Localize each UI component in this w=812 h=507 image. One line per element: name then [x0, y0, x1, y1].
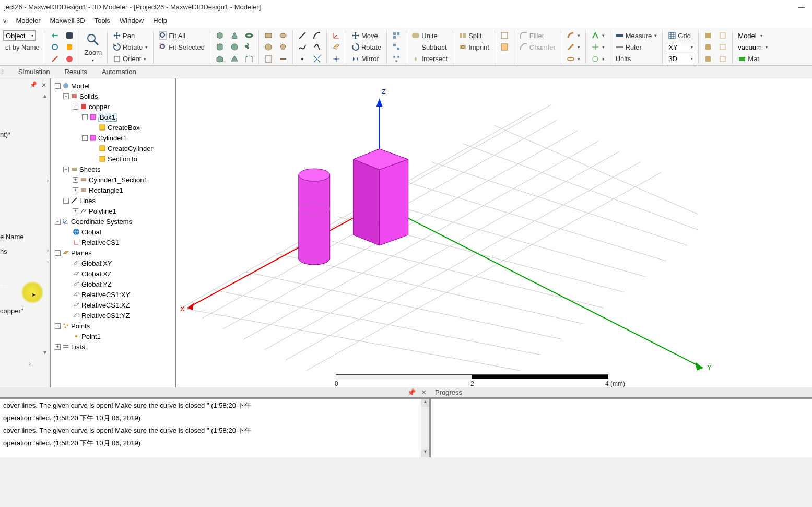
- ruler-button[interactable]: Ruler: [614, 42, 644, 52]
- curve-icon[interactable]: [311, 42, 323, 52]
- tree-coord[interactable]: −Coordinate Systems: [52, 216, 174, 227]
- tree-createcylinder[interactable]: CreateCylinder: [52, 143, 174, 154]
- fillet-button[interactable]: Fillet: [517, 30, 546, 41]
- snap-c-icon[interactable]: [702, 42, 714, 52]
- prim-prism-icon[interactable]: [214, 54, 226, 64]
- menu-help[interactable]: Help: [153, 17, 167, 25]
- cylinder1-shape[interactable]: [299, 169, 330, 265]
- rotate-view-button[interactable]: Rotate: [111, 42, 150, 52]
- sheet-circle-icon[interactable]: [277, 30, 289, 41]
- snap-b-icon[interactable]: [716, 30, 729, 41]
- tree-global[interactable]: Global: [52, 227, 174, 237]
- chevron-right-small-icon[interactable]: ›: [29, 360, 31, 367]
- msg-pin-icon[interactable]: 📌: [407, 388, 416, 396]
- select-by-name-button[interactable]: ct by Name: [3, 42, 42, 52]
- chevron-right-icon-2[interactable]: ›: [47, 247, 49, 253]
- array-b-icon[interactable]: [390, 42, 403, 52]
- extrude-icon[interactable]: [564, 42, 582, 52]
- menu-view[interactable]: v: [3, 17, 7, 25]
- tree-global-xz[interactable]: Global:XZ: [52, 268, 174, 279]
- tool-icon-f[interactable]: [63, 54, 76, 64]
- cs-icon[interactable]: [330, 30, 343, 41]
- tree-points[interactable]: −Points: [52, 321, 174, 331]
- scroll-up-icon[interactable]: ▲: [421, 399, 429, 407]
- zoom-tool[interactable]: Zoom▾: [83, 31, 104, 64]
- tool-icon-e[interactable]: [49, 54, 61, 64]
- mirror-button[interactable]: Mirror: [349, 54, 381, 64]
- sheet-a-icon[interactable]: [262, 54, 275, 64]
- tree-global-yz[interactable]: Global:YZ: [52, 279, 174, 289]
- cs-tool-b-icon[interactable]: [589, 42, 607, 52]
- chevron-right-icon[interactable]: ›: [47, 178, 49, 183]
- cs-tool-c-icon[interactable]: [589, 54, 607, 64]
- eq-curve-icon[interactable]: [311, 54, 323, 64]
- scroll-up-icon[interactable]: ▲: [42, 93, 48, 99]
- chevron-right-icon-3[interactable]: ›: [47, 259, 49, 265]
- menu-maxwell3d[interactable]: Maxwell 3D: [50, 17, 85, 25]
- snap-d-icon[interactable]: [716, 42, 729, 52]
- tool-icon-c[interactable]: [49, 42, 61, 52]
- arc-icon[interactable]: [311, 30, 323, 41]
- sweep-icon[interactable]: [564, 30, 582, 41]
- plane-combo[interactable]: XY: [666, 42, 695, 52]
- tree-relcs-xz[interactable]: RelativeCS1:XZ: [52, 300, 174, 310]
- tool-icon-d[interactable]: [63, 42, 76, 52]
- array-a-icon[interactable]: [390, 30, 403, 41]
- split-button[interactable]: Split: [456, 30, 484, 41]
- tree-model[interactable]: −Model: [52, 80, 174, 91]
- sheet-b-icon[interactable]: [277, 54, 289, 64]
- point-icon[interactable]: [296, 54, 309, 64]
- msg-close-icon[interactable]: ✕: [421, 388, 427, 396]
- measure-button[interactable]: Measure: [614, 30, 660, 41]
- model-sel-combo[interactable]: Model: [736, 30, 763, 41]
- array-c-icon[interactable]: [390, 54, 403, 64]
- section-a-icon[interactable]: [498, 30, 511, 41]
- menu-window[interactable]: Window: [120, 17, 144, 25]
- tab-simulation[interactable]: Simulation: [18, 68, 50, 76]
- scroll-down-icon[interactable]: ▲: [42, 350, 48, 356]
- tree-global-xy[interactable]: Global:XY: [52, 258, 174, 268]
- prim-sphere-icon[interactable]: [228, 42, 241, 52]
- tree-relcs-yz[interactable]: RelativeCS1:YZ: [52, 310, 174, 321]
- tab-results[interactable]: Results: [65, 68, 87, 76]
- tab-automation[interactable]: Automation: [102, 68, 136, 76]
- tool-icon-a[interactable]: [49, 30, 61, 41]
- material-combo[interactable]: vacuum: [736, 42, 769, 52]
- prim-box-icon[interactable]: [214, 30, 226, 41]
- tree-sheets[interactable]: −Sheets: [52, 164, 174, 174]
- sheet-poly-icon[interactable]: [277, 42, 289, 52]
- tree-rectangle1[interactable]: +Rectangle1: [52, 185, 174, 195]
- fit-selected-button[interactable]: Fit Selected: [157, 42, 207, 52]
- material-button[interactable]: Mat: [736, 54, 761, 64]
- tree-planes[interactable]: −Planes: [52, 247, 174, 258]
- section-b-icon[interactable]: [498, 42, 511, 52]
- snap-a-icon[interactable]: [702, 30, 714, 41]
- menu-modeler[interactable]: Modeler: [16, 17, 41, 25]
- 3d-viewport[interactable]: X Y Z: [175, 78, 812, 387]
- tree-solids[interactable]: −Solids: [52, 91, 174, 101]
- tree-cylsection[interactable]: +Cylinder1_Section1: [52, 174, 174, 185]
- menu-tools[interactable]: Tools: [95, 17, 110, 25]
- tree-box1[interactable]: −Box1: [52, 112, 174, 122]
- unite-button[interactable]: Unite: [409, 30, 439, 41]
- plane-icon[interactable]: [330, 42, 343, 52]
- minimize-icon[interactable]: —: [798, 3, 805, 11]
- pin-icon[interactable]: 📌: [30, 81, 37, 88]
- close-icon[interactable]: ✕: [41, 81, 46, 89]
- orient-button[interactable]: Orient: [111, 54, 148, 64]
- intersect-button[interactable]: Intersect: [409, 54, 450, 64]
- imprint-button[interactable]: Imprint: [456, 42, 491, 52]
- prim-pyramid-icon[interactable]: [228, 54, 241, 64]
- chamfer-button[interactable]: Chamfer: [517, 42, 558, 52]
- sheet-ellipse-icon[interactable]: [262, 42, 275, 52]
- sheet-rect-icon[interactable]: [262, 30, 275, 41]
- units-button[interactable]: Units: [614, 54, 633, 64]
- tree-lists[interactable]: +Lists: [52, 341, 174, 352]
- scroll-down-icon[interactable]: ▼: [421, 449, 429, 457]
- snap-f-icon[interactable]: [716, 54, 729, 64]
- tree-relcs-xy[interactable]: RelativeCS1:XY: [52, 289, 174, 300]
- tree-sectionto[interactable]: SectionTo: [52, 154, 174, 164]
- message-scrollbar[interactable]: ▲ ▼: [421, 399, 429, 457]
- project-frag-4[interactable]: s...: [0, 282, 9, 290]
- subtract-button[interactable]: Subtract: [409, 42, 449, 52]
